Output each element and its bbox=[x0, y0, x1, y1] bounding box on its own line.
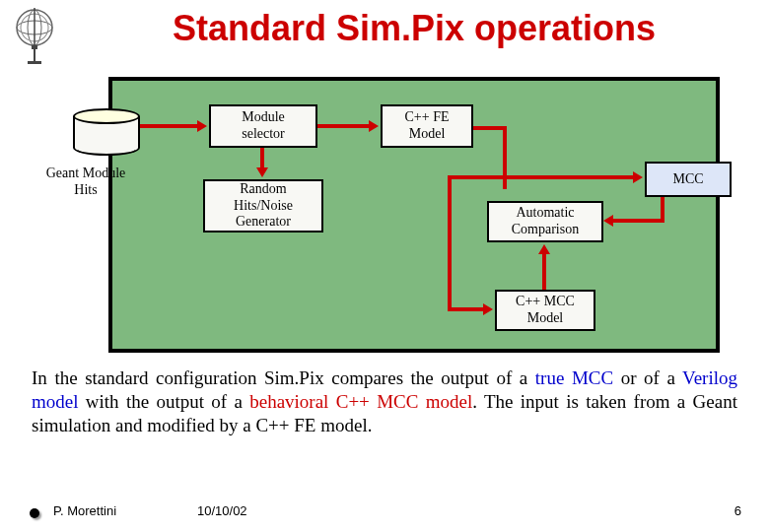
svg-rect-6 bbox=[34, 49, 35, 61]
footer-author: P. Morettini bbox=[53, 503, 116, 518]
geant-hits-label: Geant ModuleHits bbox=[32, 166, 140, 199]
page-title: Standard Sim.Pix operations bbox=[79, 8, 749, 49]
cpp-mcc-model-box: C++ MCCModel bbox=[495, 290, 595, 331]
true-mcc-text: true MCC bbox=[535, 367, 613, 388]
cpp-mcc-text: behavioral C++ MCC model bbox=[249, 391, 472, 412]
footer-date: 10/10/02 bbox=[197, 503, 247, 518]
svg-rect-7 bbox=[28, 61, 41, 64]
svg-rect-5 bbox=[32, 45, 37, 49]
body-paragraph: In the standard configuration Sim.Pix co… bbox=[32, 366, 737, 436]
database-icon bbox=[73, 108, 140, 156]
mcc-box: MCC bbox=[645, 162, 732, 197]
module-selector-box: Moduleselector bbox=[209, 104, 317, 148]
automatic-comparison-box: AutomaticComparison bbox=[487, 201, 603, 242]
bullet-icon bbox=[30, 508, 39, 518]
random-generator-box: RandomHits/NoiseGenerator bbox=[203, 179, 323, 233]
cpp-fe-model-box: C++ FEModel bbox=[381, 104, 473, 148]
footer-page-number: 6 bbox=[734, 503, 741, 518]
armillary-sphere-icon bbox=[10, 6, 59, 65]
flow-diagram: Geant ModuleHits Moduleselector RandomHi… bbox=[108, 77, 720, 353]
